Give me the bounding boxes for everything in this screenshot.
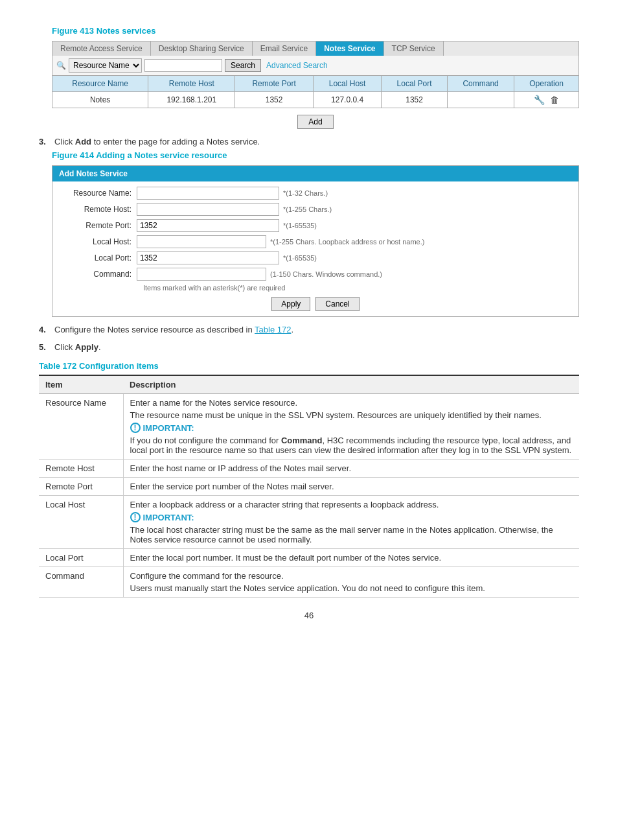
field-resource-name-row: Resource Name: *(1-32 Chars.) xyxy=(59,187,572,200)
config-table: Item Description Resource Name Enter a n… xyxy=(39,375,579,598)
form-apply-button[interactable]: Apply xyxy=(271,297,310,311)
important-icon-local-host: ! xyxy=(130,512,141,522)
add-button-row: Add xyxy=(52,115,579,129)
edit-icon-button[interactable]: 🔧 xyxy=(532,95,546,105)
config-item-resource-name: Resource Name xyxy=(39,394,123,460)
col-local-host: Local Host xyxy=(313,76,381,92)
search-bar: 🔍 Resource Name Search Advanced Search xyxy=(52,56,579,75)
config-desc-local-host: Enter a loopback address or a character … xyxy=(123,496,579,549)
table172-link[interactable]: Table 172 xyxy=(255,325,291,334)
field-remote-host-row: Remote Host: *(1-255 Chars.) xyxy=(59,203,572,216)
config-item-remote-port: Remote Port xyxy=(39,478,123,496)
cell-command xyxy=(447,92,514,108)
field-remote-host-input-wrap: *(1-255 Chars.) xyxy=(137,203,572,216)
cell-remote-host: 192.168.1.201 xyxy=(148,92,235,108)
step3-text: Click Add to enter the page for adding a… xyxy=(54,137,260,146)
config-desc-command: Configure the command for the resource. … xyxy=(123,567,579,598)
tab-email-service[interactable]: Email Service xyxy=(253,41,316,56)
fig413-title: Figure 413 Notes services xyxy=(52,26,579,36)
field-local-host-input-wrap: *(1-255 Chars. Loopback address or host … xyxy=(137,235,572,248)
fig414-title: Figure 414 Adding a Notes service resour… xyxy=(52,150,579,160)
step3-bold: Add xyxy=(75,137,91,146)
table-row: Notes 192.168.1.201 1352 127.0.0.4 1352 … xyxy=(52,92,579,108)
cell-local-host: 127.0.0.4 xyxy=(313,92,381,108)
field-remote-port-input-wrap: *(1-65535) xyxy=(137,219,572,232)
tab-bar: Remote Access Service Desktop Sharing Se… xyxy=(52,41,579,56)
config-desc-remote-host: Enter the host name or IP address of the… xyxy=(123,460,579,478)
search-field-select[interactable]: Resource Name xyxy=(69,58,142,73)
search-button[interactable]: Search xyxy=(225,59,261,72)
table172-title: Table 172 Configuration items xyxy=(39,361,579,371)
cell-local-port: 1352 xyxy=(382,92,448,108)
config-row-remote-port: Remote Port Enter the service port numbe… xyxy=(39,478,579,496)
field-remote-port-input[interactable] xyxy=(137,219,279,232)
step4: 4. Configure the Notes service resource … xyxy=(39,325,579,334)
config-desc-remote-port: Enter the service port number of the Not… xyxy=(123,478,579,496)
field-local-port-input[interactable] xyxy=(137,251,279,264)
search-magnifier-icon: 🔍 xyxy=(56,61,66,70)
field-command-input-wrap: (1-150 Chars. Windows command.) xyxy=(137,268,572,281)
field-remote-host-input[interactable] xyxy=(137,203,279,216)
col-operation: Operation xyxy=(514,76,579,92)
config-item-command: Command xyxy=(39,567,123,598)
step5: 5. Click Apply. xyxy=(39,342,579,352)
config-col-item: Item xyxy=(39,375,123,394)
field-remote-port-hint: *(1-65535) xyxy=(283,222,317,229)
config-row-resource-name: Resource Name Enter a name for the Notes… xyxy=(39,394,579,460)
step3-num: 3. xyxy=(39,137,52,146)
step4-num: 4. xyxy=(39,325,52,334)
delete-icon-button[interactable]: 🗑 xyxy=(549,95,560,105)
tab-notes-service[interactable]: Notes Service xyxy=(316,41,383,56)
notes-service-table: Resource Name Remote Host Remote Port Lo… xyxy=(52,75,579,108)
step5-num: 5. xyxy=(39,342,52,352)
col-remote-port: Remote Port xyxy=(235,76,314,92)
col-local-port: Local Port xyxy=(382,76,448,92)
field-resource-name-input-wrap: *(1-32 Chars.) xyxy=(137,187,572,200)
col-remote-host: Remote Host xyxy=(148,76,235,92)
config-desc-resource-name: Enter a name for the Notes service resou… xyxy=(123,394,579,460)
page-number: 46 xyxy=(39,611,579,620)
tab-remote-access[interactable]: Remote Access Service xyxy=(52,41,151,56)
field-command-label: Command: xyxy=(59,270,137,279)
config-item-local-port: Local Port xyxy=(39,549,123,567)
step5-bold: Apply xyxy=(75,342,98,352)
field-command-row: Command: (1-150 Chars. Windows command.) xyxy=(59,268,572,281)
config-row-remote-host: Remote Host Enter the host name or IP ad… xyxy=(39,460,579,478)
form-body: Resource Name: *(1-32 Chars.) Remote Hos… xyxy=(52,181,578,316)
form-actions: Apply Cancel xyxy=(59,297,572,311)
col-command: Command xyxy=(447,76,514,92)
important-label-local-host: ! IMPORTANT: xyxy=(130,512,573,522)
fig414-wrap: Figure 414 Adding a Notes service resour… xyxy=(52,150,579,317)
config-col-desc: Description xyxy=(123,375,579,394)
tab-desktop-sharing[interactable]: Desktop Sharing Service xyxy=(151,41,253,56)
form-cancel-button[interactable]: Cancel xyxy=(315,297,359,311)
field-resource-name-hint: *(1-32 Chars.) xyxy=(283,189,328,197)
important-icon-resource: ! xyxy=(130,423,141,433)
advanced-search-link[interactable]: Advanced Search xyxy=(266,61,328,70)
tab-tcp-service[interactable]: TCP Service xyxy=(384,41,444,56)
field-command-hint: (1-150 Chars. Windows command.) xyxy=(270,270,382,278)
config-row-command: Command Configure the command for the re… xyxy=(39,567,579,598)
add-button[interactable]: Add xyxy=(297,115,333,129)
cell-resource-name: Notes xyxy=(52,92,148,108)
field-remote-port-row: Remote Port: *(1-65535) xyxy=(59,219,572,232)
form-required-note: Items marked with an asterisk(*) are req… xyxy=(143,284,572,292)
field-resource-name-label: Resource Name: xyxy=(59,189,137,198)
field-local-host-row: Local Host: *(1-255 Chars. Loopback addr… xyxy=(59,235,572,248)
field-remote-port-label: Remote Port: xyxy=(59,221,137,230)
config-row-local-port: Local Port Enter the local port number. … xyxy=(39,549,579,567)
config-item-local-host: Local Host xyxy=(39,496,123,549)
field-command-input[interactable] xyxy=(137,268,266,281)
field-local-host-input[interactable] xyxy=(137,235,266,248)
important-label-resource: ! IMPORTANT: xyxy=(130,423,573,433)
field-local-port-label: Local Port: xyxy=(59,253,137,262)
step3: 3. Click Add to enter the page for addin… xyxy=(39,137,579,146)
config-row-local-host: Local Host Enter a loopback address or a… xyxy=(39,496,579,549)
cell-remote-port: 1352 xyxy=(235,92,314,108)
search-input[interactable] xyxy=(144,59,222,72)
field-resource-name-input[interactable] xyxy=(137,187,279,200)
col-resource-name: Resource Name xyxy=(52,76,148,92)
field-remote-host-label: Remote Host: xyxy=(59,205,137,214)
config-desc-local-port: Enter the local port number. It must be … xyxy=(123,549,579,567)
add-notes-form: Add Notes Service Resource Name: *(1-32 … xyxy=(52,165,579,317)
